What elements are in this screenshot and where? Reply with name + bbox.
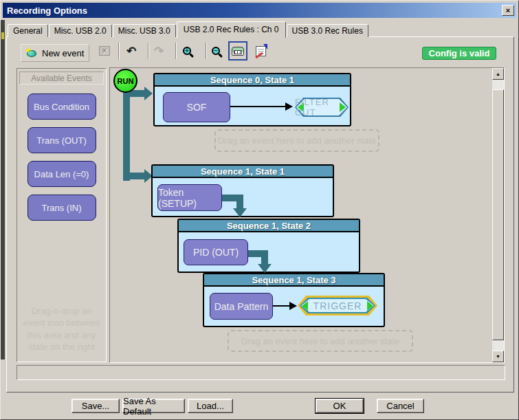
available-events-panel: Available Events Bus Condition Trans (OU… (16, 68, 107, 362)
connector-line (273, 305, 291, 307)
new-event-icon (25, 48, 38, 58)
zoom-in-button[interactable]: + (179, 43, 195, 59)
toolbar-separator (148, 43, 149, 59)
flow-line-branch-2 (128, 173, 144, 179)
next-state-arrowhead (258, 264, 272, 273)
sequence-1-state-1[interactable]: Sequence 1, State 1 Token (SETUP) (151, 164, 334, 217)
drop-zone[interactable]: Drag an event here to add another state (214, 129, 379, 152)
scrollbar-thumb[interactable] (492, 89, 504, 340)
scroll-up-icon: ▲ (496, 71, 500, 76)
flow-line-vertical (123, 89, 130, 181)
event-tile-data-pattern[interactable]: Data Pattern (210, 293, 273, 320)
tab-usb20-rec-rules[interactable]: USB 2.0 Rec Rules : Ch 0 (177, 21, 286, 38)
ok-button[interactable]: OK (316, 399, 364, 413)
close-button[interactable]: × (502, 5, 514, 16)
trigger-label: TRIGGER (298, 296, 377, 316)
sequence-0-state-1[interactable]: Sequence 0, State 1 SOF FILTER OUT (153, 73, 351, 126)
toolbar-separator (118, 43, 120, 59)
action-filter-out[interactable]: FILTER OUT (295, 98, 349, 117)
sequence-1-state-3-header: Sequence 1, State 3 (204, 274, 384, 287)
cancel-button[interactable]: Cancel (377, 399, 424, 413)
save-as-default-button[interactable]: Save As Default (122, 399, 185, 413)
properties-button[interactable] (252, 43, 269, 59)
zoom-out-icon: − (212, 47, 220, 55)
save-button[interactable]: Save... (71, 399, 120, 413)
new-event-label: New event (42, 48, 84, 58)
run-node[interactable]: RUN (113, 69, 137, 93)
connector-line (230, 106, 287, 107)
config-status-label: Config is valid (429, 48, 490, 58)
zoom-in-icon: + (183, 47, 191, 55)
scroll-up-button[interactable]: ▲ (492, 68, 504, 80)
sequence-view-button[interactable] (228, 41, 247, 60)
toolbar-separator (206, 43, 207, 59)
drag-drop-hint: Drag-n-drop an event icon between this a… (20, 305, 103, 353)
tab-misc-usb-30[interactable]: Misc. USB 3.0 (113, 24, 176, 37)
properties-icon (256, 46, 266, 56)
connector-arrowhead (285, 102, 293, 111)
next-state-arrowhead (233, 208, 247, 217)
sequence-1-state-1-header: Sequence 1, State 1 (153, 166, 333, 178)
sequence-canvas: RUN Sequence 0, State 1 SOF FILTER OUT (109, 67, 505, 363)
scroll-down-button[interactable]: ▼ (492, 351, 504, 362)
load-button[interactable]: Load... (188, 399, 233, 413)
zoom-out-button[interactable]: − (208, 43, 224, 59)
titlebar[interactable]: Recording Options × (3, 3, 516, 18)
background-sliver (1, 20, 5, 360)
recording-options-dialog: Recording Options × General Misc. USB 2.… (0, 0, 519, 420)
sequence-1-state-2[interactable]: Sequence 1, State 2 PID (OUT) (177, 219, 360, 273)
undo-button[interactable]: ↶ (123, 43, 140, 59)
event-bus-condition[interactable]: Bus Condition (27, 93, 96, 120)
background-speck (1, 32, 4, 39)
vertical-scrollbar[interactable]: ▲ ▼ (492, 68, 504, 362)
window-title: Recording Options (7, 5, 87, 16)
sequence-0-state-1-header: Sequence 0, State 1 (155, 74, 350, 87)
status-strip (16, 365, 505, 380)
tab-misc-usb-20[interactable]: Misc. USB 2.0 (49, 24, 112, 37)
toolbar-separator (175, 43, 177, 59)
config-status-badge: Config is valid (422, 47, 496, 60)
sequence-view-icon (232, 47, 244, 56)
filter-out-label: FILTER OUT (295, 98, 349, 117)
connector-arrowhead (289, 302, 297, 310)
delete-event-button[interactable]: × (96, 43, 113, 59)
run-label: RUN (118, 77, 134, 85)
action-trigger[interactable]: TRIGGER (298, 296, 377, 316)
flow-arrowhead-1 (144, 87, 153, 100)
event-trans-in[interactable]: Trans (IN) (27, 195, 96, 221)
sequence-1-state-2-header: Sequence 1, State 2 (179, 220, 359, 232)
close-icon: × (506, 6, 510, 14)
tab-general[interactable]: General (8, 24, 48, 37)
sequence-1-state-3[interactable]: Sequence 1, State 3 Data Pattern TRIGGER (203, 273, 385, 327)
event-tile-pid-out[interactable]: PID (OUT) (184, 239, 248, 265)
available-events-header: Available Events (19, 71, 104, 85)
next-state-arrow (261, 250, 268, 265)
redo-icon: ↷ (154, 45, 164, 57)
tab-page: New event × ↶ ↷ + − (6, 36, 514, 393)
event-data-len[interactable]: Data Len (=0) (27, 161, 96, 187)
tabstrip: General Misc. USB 2.0 Misc. USB 3.0 USB … (8, 21, 369, 37)
event-tile-sof[interactable]: SOF (163, 92, 230, 122)
drop-zone[interactable]: Drag an event here to add another state (228, 330, 413, 352)
new-event-button[interactable]: New event (21, 44, 89, 62)
next-state-arrow (236, 195, 243, 209)
delete-icon: × (99, 46, 110, 56)
tab-usb30-rec-rules[interactable]: USB 3.0 Rec Rules (287, 24, 368, 37)
undo-icon: ↶ (126, 45, 136, 57)
scroll-down-icon: ▼ (496, 354, 500, 359)
toolbar: New event × ↶ ↷ + − (7, 37, 514, 66)
event-tile-token-setup[interactable]: Token (SETUP) (157, 184, 222, 211)
event-trans-out[interactable]: Trans (OUT) (27, 127, 96, 153)
redo-button[interactable]: ↷ (151, 43, 167, 59)
